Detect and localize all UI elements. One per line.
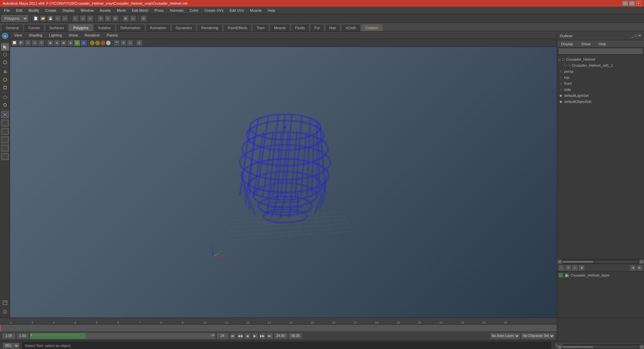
play-back-button[interactable]: ◀ [245, 333, 251, 339]
lasso-select-button[interactable] [1, 51, 9, 58]
menu-proxy[interactable]: Proxy [152, 8, 166, 13]
menu-edit-mesh[interactable]: Edit Mesh [129, 8, 151, 13]
outliner-menu-show[interactable]: Show [579, 41, 593, 47]
tab-subdivs[interactable]: Subdivs [94, 24, 115, 31]
vp-hud-icon[interactable]: ◫ [127, 40, 133, 46]
range-start-input[interactable] [17, 333, 29, 339]
mode-selector[interactable]: Polygons [1, 15, 28, 22]
vp-display-mode-icon[interactable]: ☰ [38, 40, 44, 46]
select-tool-icon[interactable]: ↖ [72, 15, 78, 21]
outliner-item-defaultobjectset[interactable]: ◉ defaultObjectSet [557, 99, 644, 105]
menu-assets[interactable]: Assets [97, 8, 113, 13]
outliner-item-side[interactable]: ○ side [557, 86, 644, 93]
vp-menu-view[interactable]: View [11, 33, 25, 38]
paint-tool-icon[interactable]: ✏ [87, 15, 93, 21]
outliner-scroll-right[interactable]: ▶ [639, 259, 644, 264]
redo-icon[interactable]: ↪ [62, 15, 68, 21]
menu-create-uvs[interactable]: Create UVs [202, 8, 226, 13]
layer-anim-icon[interactable]: ▷ [572, 265, 578, 271]
vp-toggle-selection-icon[interactable]: ⬜ [11, 40, 17, 46]
menu-file[interactable]: File [1, 8, 13, 13]
outliner-close-button[interactable]: ✕ [638, 34, 641, 38]
tab-polygons[interactable]: Polygons [69, 24, 93, 31]
layer-scroll-left[interactable]: ◀ [630, 265, 636, 271]
vp-wire-icon[interactable]: ▣ [47, 40, 53, 46]
close-button[interactable]: ✕ [636, 1, 641, 6]
tab-custom[interactable]: Custom [361, 24, 383, 31]
new-scene-icon[interactable]: 📄 [33, 15, 39, 21]
layer-vis-checkbox[interactable] [558, 273, 563, 278]
display-toggle-button[interactable] [1, 308, 9, 315]
universal-manip-button[interactable] [1, 101, 9, 109]
rotate-tool-icon[interactable]: ↻ [105, 15, 111, 21]
tab-toon[interactable]: Toon [252, 24, 269, 31]
tab-deformation[interactable]: Deformation [116, 24, 145, 31]
vp-frame-all-icon[interactable]: ⊟ [32, 40, 38, 46]
move-tool-icon[interactable]: ✛ [98, 15, 104, 21]
frame-range-bar[interactable] [30, 333, 215, 339]
layer-render-toggle[interactable] [565, 273, 569, 278]
status-mode-selector[interactable]: MEL Python [3, 343, 19, 349]
outliner-scroll-left[interactable]: ◀ [557, 259, 562, 264]
tab-muscle[interactable]: Muscle [270, 24, 290, 31]
soft-modify-button[interactable] [1, 94, 9, 101]
outliner-search-bar[interactable] [557, 48, 644, 55]
paint-skin-weights-button[interactable] [1, 119, 9, 127]
ipr-render-icon[interactable]: ▷ [130, 15, 136, 21]
tab-fur[interactable]: Fur [310, 24, 324, 31]
tab-dynamics[interactable]: Dynamics [171, 24, 196, 31]
menu-window[interactable]: Window [78, 8, 96, 13]
tab-animation[interactable]: Animation [146, 24, 171, 31]
render-icon[interactable]: ▶ [123, 15, 129, 21]
vp-grid-icon[interactable]: ⊞ [120, 40, 126, 46]
menu-mesh[interactable]: Mesh [114, 8, 128, 13]
outliner-maximize-button[interactable]: □ [635, 34, 637, 38]
vp-snap-icon[interactable]: ◈ [136, 40, 142, 46]
lasso-tool-icon[interactable]: ⊙ [80, 15, 86, 21]
menu-muscle[interactable]: Muscle [247, 8, 264, 13]
layer-options-icon[interactable]: ⚙ [565, 265, 571, 271]
tab-ncloth[interactable]: nCloth [341, 24, 361, 31]
menu-help[interactable]: Help [265, 8, 278, 13]
scale-tool-icon[interactable]: ⊞ [112, 15, 118, 21]
move-tool-button[interactable] [1, 68, 9, 76]
joint-tool-button[interactable] [1, 136, 9, 143]
minimize-button[interactable]: − [623, 1, 628, 6]
outliner-item-top[interactable]: ○ top [557, 74, 644, 80]
outliner-item-crusader-helmet[interactable]: ▷ ⬡ Crusader_Helmet [557, 56, 644, 62]
layer-scroll-right[interactable]: ▶ [637, 265, 643, 271]
play-forward-button[interactable]: ▶ [252, 333, 258, 339]
show-manipulator-button[interactable] [1, 111, 9, 118]
menu-edit[interactable]: Edit [13, 8, 25, 13]
outliner-minimize-button[interactable]: _ [631, 34, 633, 38]
main-viewport[interactable]: Y X Z [10, 47, 557, 317]
channel-box-button[interactable] [1, 299, 9, 306]
open-scene-icon[interactable]: 📂 [40, 15, 46, 21]
outliner-item-front[interactable]: ○ front [557, 80, 644, 86]
tab-curves[interactable]: Curves [24, 24, 44, 31]
vp-toggle-mask-icon[interactable]: ◩ [18, 40, 24, 46]
vp-menu-show[interactable]: Show [66, 33, 81, 38]
rotate-tool-button[interactable] [1, 76, 9, 83]
vp-menu-lighting[interactable]: Lighting [46, 33, 65, 38]
layer-item-crusader-helmet[interactable]: Crusader_Helmet_layer [557, 272, 644, 279]
vp-frame-selected-icon[interactable]: ⊡ [25, 40, 31, 46]
layer-add-icon[interactable]: + [558, 265, 565, 271]
vp-camera-icon[interactable]: 📷 [114, 40, 120, 46]
tab-general[interactable]: General [1, 24, 23, 31]
paint-select-button[interactable] [1, 59, 9, 66]
current-frame-input[interactable] [2, 333, 15, 339]
cluster-button[interactable] [1, 153, 9, 160]
undo-icon[interactable]: ↩ [55, 15, 61, 21]
tab-surfaces[interactable]: Surfaces [45, 24, 68, 31]
range-end-input[interactable] [217, 333, 228, 339]
tab-fluids[interactable]: Fluids [291, 24, 309, 31]
vp-light1-icon[interactable] [90, 41, 95, 45]
scale-tool-button[interactable] [1, 84, 9, 91]
ik-tool-button[interactable] [1, 144, 9, 152]
vp-menu-renderer[interactable]: Renderer [82, 33, 103, 38]
outliner-menu-display[interactable]: Display [558, 41, 576, 47]
step-forward-button[interactable]: ▶▶ [259, 333, 265, 339]
menu-color[interactable]: Color [187, 8, 201, 13]
menu-edit-uvs[interactable]: Edit UVs [227, 8, 247, 13]
